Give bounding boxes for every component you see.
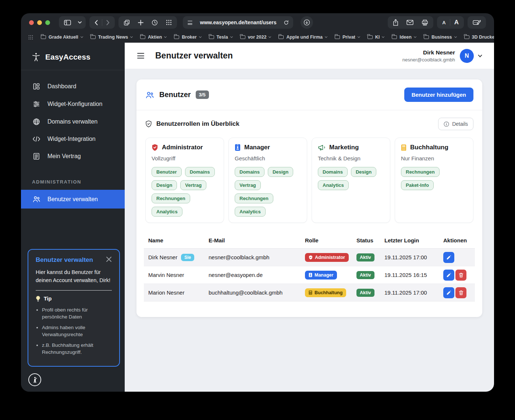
bookmark-folder[interactable]: 3D Drucker [464,35,494,40]
sidebar-item-widget-konfiguration[interactable]: Widget-Konfiguration [21,95,125,113]
roles-section-title: Benutzerrollen im Überblick [156,120,239,128]
bookmark-label: Broker [182,35,196,40]
minimize-window-button[interactable] [37,20,42,25]
chevron-down-icon [414,35,416,38]
delete-user-button[interactable] [455,270,466,281]
role-subtitle: Vollzugriff [152,155,218,161]
permission-tag: Benutzer [152,167,182,177]
permission-tag: Domains [235,167,264,177]
avatar[interactable]: N [460,49,474,63]
permission-tag: Design [268,167,293,177]
share-icon[interactable] [389,16,402,29]
bookmark-folder[interactable]: Privat [335,35,360,40]
sidebar-item-widget-integration[interactable]: Widget-Integration [21,131,125,147]
url-text[interactable]: www.easyopen.de/tenant/users [196,19,280,25]
tab-overview-icon[interactable] [120,16,134,29]
main-area: Benutzer verwalten Dirk Nesner nesner@co… [125,43,494,392]
permission-tag: Design [351,167,376,177]
new-tab-icon[interactable] [134,16,148,29]
user-name-cell: Marvin Nesner [148,272,184,278]
chevron-down-icon [269,35,271,38]
tooltip-tip-label: Tip [44,296,52,302]
user-email-cell: buchhaltung@coolblack.gmbh [209,289,305,296]
role-subtitle: Technik & Design [318,155,384,161]
browser-sidebar-icon[interactable] [60,16,75,29]
sidebar-item-mein-vertrag[interactable]: Mein Vertrag [21,147,125,165]
tab-grid-icon[interactable] [162,16,176,29]
close-window-button[interactable] [29,20,34,25]
user-menu[interactable]: Dirk Nesner nesner@coolblack.gmbh N [402,49,482,63]
tooltip-title: Benutzer verwalten [36,256,93,264]
permission-tag: Rechnungen [401,167,440,177]
bookmark-folder[interactable]: Business [424,35,457,40]
bookmark-folder[interactable]: Grade Aktuell [41,35,83,40]
role-badge-administrator: Administrator [305,253,349,262]
sidebar-item-label: Widget-Integration [47,136,96,142]
bookmark-folder[interactable]: KI [367,35,384,40]
forward-icon[interactable] [102,16,114,29]
page-header: Benutzer verwalten Dirk Nesner nesner@co… [125,43,494,69]
hamburger-menu-icon[interactable] [137,53,144,58]
last-login-cell: 19.11.2025 16:15 [384,272,443,278]
bookmarks-grid-icon[interactable] [28,35,33,40]
bookmark-folder[interactable]: Ideen [392,35,416,40]
window-controls [29,20,50,25]
sidebar-item-benutzer-verwalten[interactable]: Benutzer verwalten [21,190,125,209]
fullscreen-window-button[interactable] [45,20,50,25]
mail-icon[interactable] [402,16,418,29]
history-icon[interactable] [148,16,162,29]
sidebar-item-label: Benutzer verwalten [47,196,98,203]
user-email: nesner@coolblack.gmbh [402,57,455,63]
edit-user-button[interactable] [443,287,454,298]
downloads-button[interactable] [301,16,313,29]
sidebar-chevron-down-icon[interactable] [75,16,85,29]
user-email-cell: nesner@coolblack.gmbh [209,254,305,260]
compose-icon[interactable] [469,16,485,29]
increase-text-button[interactable]: A [450,16,463,29]
back-icon[interactable] [90,16,102,29]
role-subtitle: Nur Finanzen [401,155,467,161]
sidebar-toggle-group [59,16,86,29]
bookmark-label: Trading News [98,35,128,40]
folder-icon [209,35,214,39]
address-bar[interactable]: www.easyopen.de/tenant/users [183,16,293,29]
bookmarks-bar: Grade Aktuell Trading News Aktien Broker… [21,32,494,43]
bookmark-label: KI [375,35,380,40]
close-icon[interactable] [106,256,112,262]
sidebar-item-label: Domains verwalten [47,118,97,125]
lightbulb-icon [36,296,40,302]
permission-tag: Rechnungen [152,193,190,203]
sidebar-section-label: ADMINISTRATION [21,165,125,190]
decrease-text-button[interactable]: A [438,16,450,29]
role-badge-buchhaltung: Buchhaltung [305,288,346,297]
accessibility-assistant-button[interactable] [28,373,41,386]
chevron-down-icon [81,35,83,38]
add-user-button[interactable]: Benutzer hinzufügen [404,88,473,102]
user-name: Dirk Nesner [402,49,455,56]
role-badge-manager: Manager [305,271,337,280]
bookmark-folder[interactable]: Apple und Firma [278,35,327,40]
help-tooltip: Benutzer verwalten Hier kannst du Benutz… [28,249,120,367]
details-button[interactable]: Details [438,118,473,130]
bookmark-folder[interactable]: Tesla [209,35,232,40]
column-header-name: Name [148,237,209,243]
reader-icon[interactable] [187,20,193,25]
print-icon[interactable] [418,16,432,29]
nav-buttons [89,16,115,29]
edit-user-button[interactable] [443,270,454,281]
globe-icon [32,118,41,125]
bookmark-folder[interactable]: Aktien [140,35,166,40]
id-card-icon [235,144,241,151]
tooltip-tip-item: Admins haben volle Verwaltungsrechte [42,324,112,338]
sidebar-item-domains-verwalten[interactable]: Domains verwalten [21,113,125,131]
reload-icon[interactable] [284,20,289,25]
chevron-down-icon[interactable] [478,53,482,57]
sidebar-item-dashboard[interactable]: Dashboard [21,78,125,95]
bookmark-folder[interactable]: Broker [174,35,201,40]
delete-user-button[interactable] [455,287,466,298]
role-badge-label: Manager [315,273,333,278]
edit-user-button[interactable] [443,252,454,263]
info-icon [444,121,449,127]
bookmark-folder[interactable]: vor 2022 [240,35,271,40]
bookmark-folder[interactable]: Trading News [90,35,132,40]
